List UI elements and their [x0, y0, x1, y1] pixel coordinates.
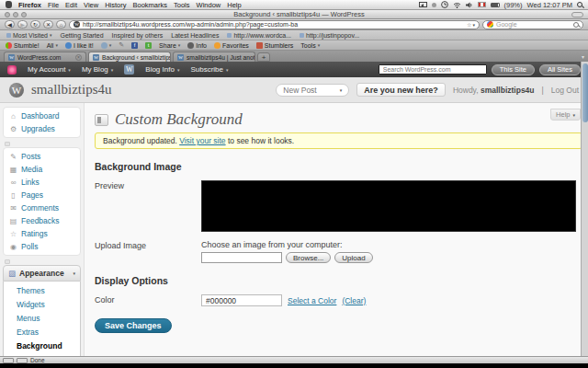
- visit-your-site-link[interactable]: Visit your site: [179, 136, 225, 145]
- blog-name[interactable]: smallbiztips4u: [31, 82, 112, 98]
- new-post-dropdown[interactable]: New Post▾: [276, 84, 349, 97]
- sidebar-item-label[interactable]: Pages: [21, 190, 43, 200]
- sidebar-item-background[interactable]: Background: [4, 339, 80, 352]
- my-account-label[interactable]: My Account: [28, 65, 65, 74]
- volume-icon[interactable]: [466, 2, 473, 8]
- wpcom-search-input[interactable]: [379, 64, 487, 75]
- back-button[interactable]: ◀: [5, 20, 15, 29]
- are-you-new-here-button[interactable]: Are you new here?: [356, 83, 446, 97]
- close-tab-icon[interactable]: ×: [75, 54, 82, 61]
- bookmark-wordca[interactable]: http://www.wordca...: [227, 32, 291, 39]
- my-account-menu[interactable]: My Account▾: [28, 65, 71, 74]
- scrollbar-thumb[interactable]: [582, 63, 588, 122]
- google-icon[interactable]: [487, 21, 493, 28]
- appearance-label[interactable]: Appearance: [19, 269, 64, 278]
- bookmark-label[interactable]: Getting Started: [61, 32, 104, 39]
- url-bar[interactable]: W http://smallbiztips4u.wordpress.com/wp…: [69, 20, 480, 29]
- spotlight-icon[interactable]: [577, 2, 582, 7]
- blog-avatar-icon[interactable]: W: [124, 64, 134, 75]
- bookmark-label[interactable]: Latest Headlines: [171, 32, 219, 39]
- sidebar-item-label[interactable]: Links: [21, 178, 40, 187]
- menu-view[interactable]: View: [84, 1, 98, 9]
- search-magnifier-icon[interactable]: [573, 22, 579, 28]
- blog-logo-icon[interactable]: W: [9, 83, 24, 98]
- bookmark-label[interactable]: Most Visited: [13, 32, 48, 39]
- reload-button[interactable]: ↻: [30, 20, 40, 29]
- my-blog-menu[interactable]: My Blog▾: [82, 65, 113, 74]
- web-search-box[interactable]: Google: [482, 20, 583, 29]
- sidebar-item-links[interactable]: ∞Links: [4, 176, 80, 189]
- sidebar-item-media[interactable]: ▦Media: [4, 163, 80, 176]
- statusbar-widget-icon[interactable]: [3, 358, 14, 363]
- sidebar-item-feedbacks[interactable]: ▤Feedbacks: [4, 214, 80, 227]
- this-site-button[interactable]: This Site: [492, 64, 535, 75]
- wifi-icon[interactable]: [453, 2, 461, 8]
- collapse-menu-icon[interactable]: [5, 259, 10, 264]
- close-window-button[interactable]: [5, 12, 10, 17]
- info-label[interactable]: Info: [196, 42, 207, 49]
- bookmark-label[interactable]: http://www.wordca...: [233, 32, 291, 39]
- sidebar-item-posts[interactable]: ✎Posts: [4, 150, 80, 163]
- stumblers-label[interactable]: Stumblers: [265, 42, 294, 49]
- stumble-label[interactable]: Stumble!: [14, 42, 40, 49]
- favorites-button[interactable]: Favorites: [214, 42, 249, 49]
- menu-history[interactable]: History: [105, 1, 126, 9]
- toolbar-toggle-button[interactable]: [571, 12, 583, 17]
- bookmark-label[interactable]: Inspired by others: [112, 32, 164, 39]
- menu-firefox[interactable]: Firefox: [18, 1, 41, 9]
- sidebar-item-dashboard[interactable]: ⌂Dashboard: [4, 109, 80, 122]
- sidebar-item-widgets[interactable]: Widgets: [4, 297, 80, 311]
- review-button[interactable]: ✎: [119, 41, 124, 49]
- like-label[interactable]: I like it!: [74, 42, 94, 49]
- sidebar-item-ratings[interactable]: ☆Ratings: [4, 227, 80, 240]
- minimize-window-button[interactable]: [13, 12, 18, 17]
- statusbar-widget-icon[interactable]: [17, 358, 28, 363]
- save-changes-button[interactable]: Save Changes: [95, 318, 172, 333]
- menu-bookmarks[interactable]: Bookmarks: [133, 1, 168, 9]
- my-blog-label[interactable]: My Blog: [82, 65, 108, 74]
- home-button[interactable]: ⌂: [56, 20, 66, 29]
- wordpress-com-logo-icon[interactable]: [7, 65, 17, 75]
- url-text[interactable]: http://smallbiztips4u.wordpress.com/wp-a…: [83, 21, 298, 28]
- stumble-all-menu[interactable]: All▾: [47, 42, 58, 49]
- upload-button[interactable]: Upload: [334, 252, 372, 263]
- tab-smallbiztips4u-site[interactable]: W smallbiztips4u | Just another W... ×: [173, 52, 255, 62]
- search-placeholder[interactable]: Google: [496, 21, 517, 28]
- help-label[interactable]: Help: [556, 110, 570, 119]
- bookmark-label[interactable]: http://justinpopov...: [306, 32, 359, 39]
- forward-button[interactable]: ▶: [17, 20, 28, 29]
- sidebar-item-menus[interactable]: Menus: [4, 311, 80, 325]
- page-scrollbar[interactable]: [581, 62, 588, 356]
- sidebar-item-label[interactable]: Feedbacks: [21, 216, 60, 225]
- browse-button[interactable]: Browse...: [286, 252, 331, 263]
- clear-color-link[interactable]: (Clear): [342, 296, 366, 305]
- facebook-share-button[interactable]: f: [131, 42, 138, 49]
- stumblers-button[interactable]: Stumblers: [256, 42, 294, 49]
- tab-list-dropdown-icon[interactable]: ▾: [582, 53, 584, 60]
- sidebar-item-themes[interactable]: Themes: [4, 283, 80, 297]
- bluetooth-icon[interactable]: [432, 3, 436, 7]
- bookmark-inspired-by-others[interactable]: Inspired by others: [112, 32, 164, 39]
- share-label[interactable]: Share: [159, 42, 176, 49]
- menu-clock[interactable]: Wed 12:07 PM: [527, 1, 572, 9]
- subscribe-label[interactable]: Subscribe: [190, 65, 223, 74]
- sidebar-item-upgrades[interactable]: ⚙Upgrades: [4, 122, 80, 135]
- clock-icon[interactable]: [441, 1, 448, 8]
- share-menu[interactable]: Share▾: [159, 42, 180, 49]
- all-label[interactable]: All: [47, 42, 54, 49]
- favorites-label[interactable]: Favorites: [222, 42, 249, 49]
- twitter-share-button[interactable]: t: [145, 42, 152, 49]
- tab-title[interactable]: smallbiztips4u | Just another W...: [187, 54, 255, 61]
- sidebar-item-appearance[interactable]: ▨ Appearance ▾: [3, 265, 81, 282]
- display-icon[interactable]: [419, 2, 427, 8]
- sidebar-item-label[interactable]: Polls: [21, 242, 38, 251]
- stop-button[interactable]: ✕: [43, 20, 53, 29]
- dislike-menu[interactable]: ▾: [101, 42, 112, 49]
- tab-background-admin[interactable]: W Background ‹ smallbiztips4u — ... ×: [88, 52, 171, 62]
- username-link[interactable]: smallbiztips4u: [481, 86, 535, 95]
- menu-file[interactable]: File: [48, 1, 59, 9]
- sidebar-item-pages[interactable]: ▯Pages: [4, 189, 80, 201]
- bookmark-star-icon[interactable]: ☆: [467, 21, 471, 28]
- help-button[interactable]: Help▾: [550, 109, 581, 121]
- bookmark-getting-started[interactable]: Getting Started: [61, 32, 104, 39]
